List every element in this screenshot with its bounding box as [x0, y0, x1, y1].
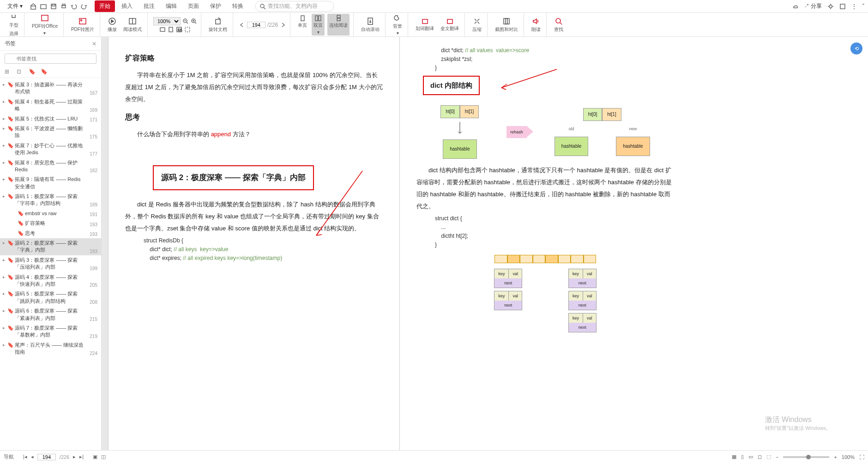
bookmark-item[interactable]: 🔖思考193 — [0, 229, 101, 238]
file-menu[interactable]: 文件 ▾ — [4, 1, 26, 11]
compress-button[interactable]: 压缩 — [470, 16, 483, 34]
save-icon[interactable] — [50, 3, 57, 10]
translate-all-icon — [446, 18, 453, 24]
page-input[interactable] — [247, 22, 265, 28]
tab-protect[interactable]: 保护 — [205, 0, 226, 12]
play-button[interactable]: 播放 — [106, 16, 119, 34]
status-page-input[interactable] — [37, 454, 56, 460]
tab-annotate[interactable]: 批注 — [139, 0, 159, 12]
select-button[interactable]: 选择 — [7, 30, 20, 38]
bookmark-item[interactable]: ▸🔖拓展 6：平波渡进 —— 懒惰删除175 — [0, 124, 101, 141]
zoom-in-status-icon[interactable]: + — [834, 454, 837, 460]
tab-start[interactable]: 开始 — [95, 0, 115, 12]
marquee-zoom-icon[interactable] — [184, 26, 191, 33]
undo-icon[interactable] — [71, 3, 77, 10]
pdf-to-image-button[interactable]: PDF转图片 — [69, 16, 96, 34]
bookmark-item[interactable]: ▸🔖源码 3：极度深寒 —— 探索「压缩列表」内部199 — [0, 255, 101, 272]
svg-rect-0 — [31, 6, 36, 9]
add-sub-bookmark-icon[interactable]: ⊡ — [17, 68, 24, 76]
zoom-slider[interactable] — [783, 456, 829, 458]
view-mode-1-icon[interactable]: ▦ — [732, 454, 736, 460]
gear-icon[interactable] — [827, 3, 834, 10]
floating-action-button[interactable]: ⟲ — [850, 42, 862, 54]
tab-insert[interactable]: 插入 — [117, 0, 137, 12]
bookmark-item[interactable]: ▸🔖拓展 7：妙手仁心 —— 优雅地使用 Jedis177 — [0, 141, 101, 158]
zoom-out-icon[interactable] — [182, 18, 189, 24]
bookmark-item[interactable]: ▸🔖源码 6：极度深寒 —— 探索「紧凑列表」内部215 — [0, 306, 101, 323]
bookmark-item[interactable]: ▸🔖源码 1：极度深寒 —— 探索「字符串」内部结构189 — [0, 192, 101, 209]
last-page-icon[interactable]: ▸| — [79, 454, 84, 460]
bookmark-item[interactable]: 🔖embstr vs raw191 — [0, 209, 101, 218]
bookmark-alt-icon[interactable]: 🔖 — [41, 68, 48, 76]
sidebar-toggle-icon[interactable]: ▣ — [93, 454, 97, 460]
background-button[interactable]: 背景 ▾ — [391, 13, 404, 36]
bookmark-item[interactable]: ▸🔖源码 7：极度深寒 —— 探索「基数树」内部219 — [0, 323, 101, 340]
crop-compare-button[interactable]: 裁图和对比 — [493, 16, 520, 34]
tab-convert[interactable]: 转换 — [228, 0, 248, 12]
fit-page-icon[interactable] — [168, 26, 174, 33]
open-icon[interactable] — [40, 3, 47, 10]
read-aloud-button[interactable]: 朗读 — [530, 16, 542, 34]
full-translate-button[interactable]: 全文翻译 — [439, 17, 461, 33]
read-mode-button[interactable]: 阅读模式 — [121, 16, 144, 34]
bookmark-item[interactable]: ▸🔖源码 2：极度深寒 —— 探索「字典」内部193 — [0, 238, 101, 255]
double-page-button[interactable]: 双页 ▾ — [312, 14, 325, 36]
bookmark-item[interactable]: ▸🔖拓展 9：隔墙有耳 —— Redis 安全通信 — [0, 175, 101, 192]
tab-edit[interactable]: 编辑 — [161, 0, 181, 12]
bookmark-search-input[interactable] — [5, 54, 96, 64]
rotate-button[interactable]: 旋转文档 — [207, 16, 229, 34]
svg-rect-9 — [42, 15, 48, 21]
zoom-select[interactable]: 100% — [153, 17, 181, 25]
find-button[interactable]: 查找 — [552, 16, 565, 34]
share-button[interactable]: ↗ 分享 — [804, 2, 822, 10]
redo-icon[interactable] — [81, 3, 87, 10]
sidebar-close-icon[interactable]: ✕ — [92, 41, 96, 47]
auto-scroll-button[interactable]: 自动滚动 — [359, 16, 381, 34]
view-mode-2-icon[interactable]: ▯ — [741, 454, 744, 460]
bookmark-item[interactable]: ▸🔖拓展 4：朝生暮死 —— 过期策略169 — [0, 97, 101, 114]
document-viewport[interactable]: 扩容策略 字符串在长度小于 1M 之前，扩容空间采用加倍策略，也就是保留 100… — [102, 37, 868, 450]
continuous-button[interactable]: 连续阅读 — [327, 14, 350, 36]
home-icon[interactable] — [30, 3, 36, 10]
prev-page-icon[interactable]: ◂ — [31, 454, 34, 460]
word-translate-button[interactable]: 划词翻译 — [414, 17, 436, 33]
bookmark-item[interactable]: ▸🔖拓展 8：居安思危 —— 保护 Redis182 — [0, 158, 101, 175]
dict-title-box: dict 内部结构 — [423, 76, 480, 95]
prev-page-icon[interactable] — [239, 22, 245, 28]
book-icon — [128, 17, 137, 25]
svg-rect-23 — [319, 16, 321, 21]
next-page-icon[interactable] — [280, 22, 286, 28]
cloud-icon[interactable] — [792, 3, 798, 10]
view-mode-3-icon[interactable]: ▭ — [748, 454, 753, 460]
fit-icon[interactable]: ⬚ — [766, 454, 771, 460]
bookmark-item[interactable]: ▸🔖拓展 5：优胜劣汰 —— LRU171 — [0, 114, 101, 124]
tab-page[interactable]: 页面 — [183, 0, 204, 12]
first-page-icon[interactable]: |◂ — [23, 454, 27, 460]
next-page-icon[interactable]: ▸ — [73, 454, 76, 460]
zoom-in-icon[interactable] — [191, 18, 197, 24]
zoom-out-status-icon[interactable]: − — [776, 454, 778, 460]
hand-tool-button[interactable]: 手型 — [7, 12, 20, 30]
bookmark-item[interactable]: ▸🔖源码 4：极度深寒 —— 探索「快速列表」内部205 — [0, 272, 101, 289]
single-page-button[interactable]: 单页 — [296, 14, 309, 36]
view-mode-4-icon[interactable]: ◻ — [758, 454, 762, 460]
main-area: 书签 ✕ ⊞ ⊡ 🔖 🔖 ▸🔖拓展 3：抽遗漏补 —— 再谈分布式锁167▸🔖拓… — [0, 37, 868, 450]
pdf-to-office-button[interactable]: PDF转Office ▾ — [30, 13, 60, 36]
fullscreen-icon[interactable]: ⛶ — [859, 454, 864, 460]
skin-icon[interactable] — [839, 3, 846, 10]
bookmark-item[interactable]: 🔖扩容策略193 — [0, 218, 101, 228]
bookmark-item[interactable]: ▸🔖源码 5：极度深寒 —— 探索「跳跃列表」内部结构208 — [0, 289, 101, 306]
sidebar-pos-icon[interactable]: ◫ — [101, 454, 106, 460]
bookmark-icon[interactable]: 🔖 — [29, 68, 36, 76]
sidebar-header: 书签 ✕ — [0, 37, 101, 51]
search-box[interactable]: 查找功能、文档内容 — [255, 1, 334, 12]
bookmark-list[interactable]: ▸🔖拓展 3：抽遗漏补 —— 再谈分布式锁167▸🔖拓展 4：朝生暮死 —— 过… — [0, 78, 101, 450]
fit-width-icon[interactable] — [159, 26, 166, 33]
bookmark-item[interactable]: ▸🔖尾声：百尺竿头 —— 继续深造指南224 — [0, 340, 101, 357]
more-icon[interactable]: ⋮ — [851, 3, 857, 10]
actual-size-icon[interactable]: 1:1 — [176, 26, 182, 33]
add-bookmark-icon[interactable]: ⊞ — [5, 68, 12, 76]
collapse-icon[interactable]: ˇ — [862, 3, 864, 10]
bookmark-item[interactable]: ▸🔖拓展 3：抽遗漏补 —— 再谈分布式锁167 — [0, 80, 101, 97]
print-icon[interactable] — [60, 3, 67, 10]
